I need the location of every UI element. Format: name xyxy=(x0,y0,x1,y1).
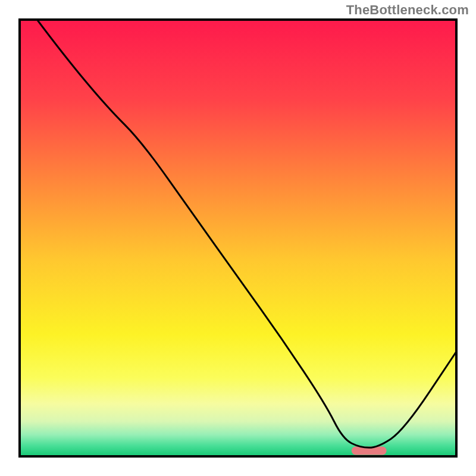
plot-background xyxy=(20,20,456,456)
watermark-text: TheBottleneck.com xyxy=(346,2,469,18)
bottleneck-chart xyxy=(0,0,476,476)
chart-container: TheBottleneck.com xyxy=(0,0,476,476)
